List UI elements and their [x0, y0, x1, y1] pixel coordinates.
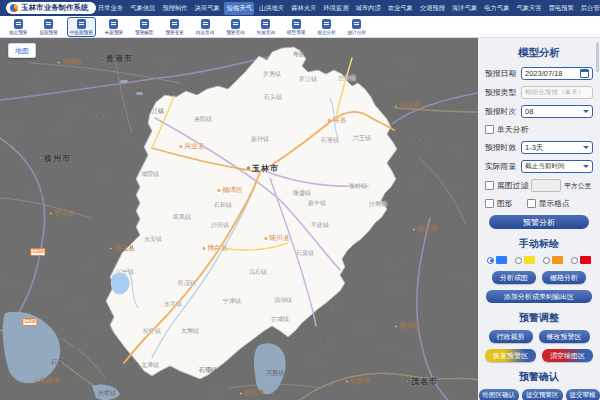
confirm-button-1[interactable]: 绘图区确认	[479, 389, 520, 400]
map-back-button[interactable]: 地图	[8, 43, 36, 58]
rain-label: 实际雨量	[485, 161, 518, 172]
document-icon	[140, 19, 149, 29]
nav-item-10[interactable]: 农业气象	[385, 2, 415, 15]
document-icon	[201, 19, 210, 29]
document-icon	[261, 19, 270, 29]
toolbar-item-label: 模型管理	[287, 30, 305, 35]
draw-color-option-1[interactable]	[487, 256, 507, 264]
nav-item-13[interactable]: 电力气象	[482, 2, 512, 15]
draw-color-option-4[interactable]	[571, 256, 591, 264]
nav-item-9[interactable]: 城市内涝	[353, 2, 383, 15]
nav-item-1[interactable]: 日常业务	[96, 2, 126, 15]
nav-item-4[interactable]: 决策气象	[192, 2, 222, 15]
document-icon	[77, 19, 86, 29]
validity-label: 预报时效	[485, 142, 518, 153]
forecast-time-select[interactable]: 08	[521, 105, 593, 118]
nav-item-15[interactable]: 雷电预警	[546, 2, 576, 15]
nav-item-2[interactable]: 气象信息	[128, 2, 158, 15]
area-filter-input[interactable]	[531, 179, 561, 192]
draw-color-option-3[interactable]	[543, 256, 563, 264]
toolbar-item-6[interactable]: 预警变更	[162, 17, 186, 37]
warning-adjust-title: 预警调整	[485, 311, 593, 325]
toolbar-item-12[interactable]: 统计分析	[345, 17, 369, 37]
rain-value: 截止当前时间	[525, 162, 583, 171]
confirm-buttons: 绘图区确认提交预警区提交审核	[485, 389, 593, 400]
app-logo[interactable]: 玉林市业务制作系统	[6, 2, 96, 14]
document-icon	[352, 19, 361, 29]
forecast-date-label: 预报日期	[485, 68, 518, 79]
logo-icon	[10, 4, 18, 12]
toolbar-item-label: 统计分析	[348, 30, 366, 35]
graphic-checkbox[interactable]	[485, 199, 494, 208]
document-icon	[14, 19, 23, 29]
color-radio[interactable]	[515, 257, 522, 264]
road-shield: G209	[22, 318, 37, 326]
toolbar-item-label: 临近分析	[317, 30, 335, 35]
area-filter-checkbox[interactable]	[485, 181, 494, 190]
document-icon	[109, 19, 118, 29]
adjust-buttons-row1: 行政裁剪修改预警区	[485, 330, 593, 343]
toolbar-item-2[interactable]: 短期预警	[36, 17, 60, 37]
nav-item-11[interactable]: 交通预报	[417, 2, 447, 15]
color-swatch	[552, 256, 563, 264]
toolbar-item-8[interactable]: 预警查询	[223, 17, 247, 37]
color-swatch	[580, 256, 591, 264]
manual-draw-button-2[interactable]: 栅格分析	[542, 271, 586, 284]
add-analysis-to-output-button[interactable]: 添加分析成果到输出区	[486, 290, 592, 303]
draw-color-option-2[interactable]	[515, 256, 535, 264]
rain-select[interactable]: 截止当前时间	[521, 160, 593, 173]
toolbar-item-label: 短期预警	[39, 30, 57, 35]
color-radio[interactable]	[571, 257, 578, 264]
show-grid-checkbox[interactable]	[527, 199, 536, 208]
adjust-button-3[interactable]: 恢复预警区	[485, 349, 536, 362]
adjust-button-4[interactable]: 清空绘图区	[542, 349, 593, 362]
nav-item-7[interactable]: 森林火灾	[289, 2, 319, 15]
nav-item-3[interactable]: 预报制作	[160, 2, 190, 15]
nav-item-8[interactable]: 环境监测	[321, 2, 351, 15]
color-radio[interactable]	[543, 257, 550, 264]
confirm-button-3[interactable]: 提交审核	[566, 389, 600, 400]
app-title: 玉林市业务制作系统	[21, 3, 89, 13]
graphic-label: 图形	[497, 198, 513, 209]
toolbar-item-11[interactable]: 临近分析	[314, 17, 338, 37]
toolbar-item-10[interactable]: 模型管理	[284, 17, 308, 37]
road-shield: G209	[30, 248, 45, 256]
manual-draw-title: 手动标绘	[485, 237, 593, 251]
nav-item-12[interactable]: 海洋气象	[450, 2, 480, 15]
manual-draw-buttons: 分析成图栅格分析	[485, 271, 593, 284]
forecast-date-input[interactable]: 2023/07/18	[521, 67, 593, 80]
manual-draw-button-1[interactable]: 分析成图	[492, 271, 536, 284]
map-canvas[interactable]: 贵港市横州市茂名市玉林市覃塘区灵山县岑溪市信宜市高州市化州市廉江市合浦县浦北县兴…	[0, 38, 478, 400]
color-radio[interactable]	[487, 257, 494, 264]
panel-title: 模型分析	[485, 46, 593, 60]
top-navbar: 玉林市业务制作系统 日常业务气象信息预报制作决策气象短临天气山洪地灾森林火灾环境…	[0, 0, 600, 16]
nav-item-6[interactable]: 山洪地灾	[256, 2, 286, 15]
color-swatch	[524, 256, 535, 264]
nav-item-14[interactable]: 气象灾害	[514, 2, 544, 15]
toolbar-item-7[interactable]: 内容查询	[193, 17, 217, 37]
sidebar-scrollbar[interactable]	[596, 42, 599, 72]
forecast-type-value: 精细化预报（单天）	[525, 88, 589, 97]
toolbar-item-9[interactable]: 失效查询	[254, 17, 278, 37]
adjust-button-2[interactable]: 修改预警区	[539, 330, 590, 343]
show-grid-label: 显示格点	[539, 198, 570, 209]
toolbar-item-1[interactable]: 临近预警	[6, 17, 30, 37]
validity-select[interactable]: 1-3天	[521, 141, 593, 154]
warning-confirm-title: 预警确认	[485, 370, 593, 384]
toolbar-item-5[interactable]: 预警解除	[132, 17, 156, 37]
chevron-down-icon	[583, 146, 589, 149]
toolbar-item-label: 预警解除	[135, 30, 153, 35]
toolbar-item-label: 长期预警	[105, 30, 123, 35]
confirm-button-2[interactable]: 提交预警区	[522, 389, 563, 400]
nav-item-5[interactable]: 短临天气	[224, 2, 254, 15]
toolbar-item-3[interactable]: 中短期预警	[67, 17, 96, 37]
toolbar-item-4[interactable]: 长期预警	[102, 17, 126, 37]
calendar-icon[interactable]	[580, 69, 589, 78]
single-day-checkbox[interactable]	[485, 125, 494, 134]
nav-item-16[interactable]: 后台管理	[578, 2, 600, 15]
document-icon	[322, 19, 331, 29]
forecast-date-value: 2023/07/18	[525, 69, 580, 78]
color-swatch	[496, 256, 507, 264]
warning-analysis-button[interactable]: 预警分析	[489, 215, 589, 229]
adjust-button-1[interactable]: 行政裁剪	[489, 330, 533, 343]
